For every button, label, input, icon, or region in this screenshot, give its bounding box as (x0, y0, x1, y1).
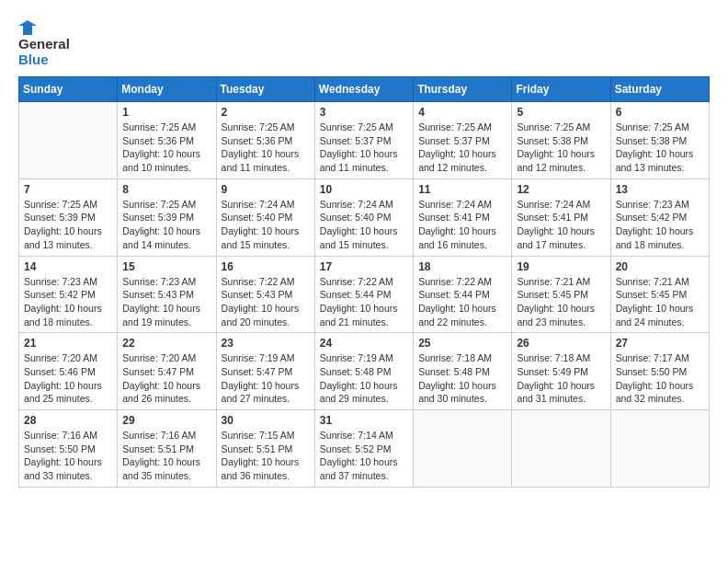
day-number: 29 (122, 414, 210, 427)
day-number: 31 (320, 414, 408, 427)
day-info: Sunrise: 7:22 AMSunset: 5:43 PMDaylight:… (222, 275, 310, 329)
day-number: 9 (222, 183, 310, 196)
calendar-cell: 17Sunrise: 7:22 AMSunset: 5:44 PMDayligh… (314, 256, 413, 333)
day-number: 20 (616, 260, 704, 273)
calendar-cell: 5Sunrise: 7:25 AMSunset: 5:38 PMDaylight… (512, 102, 610, 179)
day-number: 3 (320, 106, 408, 119)
day-info: Sunrise: 7:23 AMSunset: 5:43 PMDaylight:… (122, 275, 210, 329)
day-info: Sunrise: 7:19 AMSunset: 5:48 PMDaylight:… (320, 351, 408, 406)
calendar-cell: 25Sunrise: 7:18 AMSunset: 5:48 PMDayligh… (414, 333, 512, 410)
calendar-cell: 9Sunrise: 7:24 AMSunset: 5:40 PMDaylight… (216, 178, 314, 256)
calendar-cell: 24Sunrise: 7:19 AMSunset: 5:48 PMDayligh… (314, 333, 413, 410)
day-of-week-header: Monday (118, 77, 216, 102)
calendar-week-row: 1Sunrise: 7:25 AMSunset: 5:36 PMDaylight… (19, 102, 710, 179)
day-info: Sunrise: 7:24 AMSunset: 5:40 PMDaylight:… (222, 198, 310, 252)
calendar-cell (512, 410, 610, 488)
calendar-cell (19, 102, 118, 179)
day-number: 4 (418, 106, 506, 119)
calendar-week-row: 28Sunrise: 7:16 AMSunset: 5:50 PMDayligh… (19, 410, 710, 488)
calendar-header-row: SundayMondayTuesdayWednesdayThursdayFrid… (19, 77, 710, 102)
day-info: Sunrise: 7:22 AMSunset: 5:44 PMDaylight:… (320, 275, 408, 329)
day-number: 16 (222, 260, 310, 273)
day-info: Sunrise: 7:21 AMSunset: 5:45 PMDaylight:… (616, 275, 704, 329)
day-info: Sunrise: 7:16 AMSunset: 5:51 PMDaylight:… (122, 429, 210, 483)
calendar-week-row: 7Sunrise: 7:25 AMSunset: 5:39 PMDaylight… (19, 178, 710, 256)
day-info: Sunrise: 7:14 AMSunset: 5:52 PMDaylight:… (320, 429, 408, 483)
day-number: 7 (24, 183, 112, 196)
day-info: Sunrise: 7:17 AMSunset: 5:50 PMDaylight:… (616, 351, 704, 406)
logo-bird-icon (18, 18, 37, 37)
day-number: 1 (122, 106, 210, 119)
page-header: General Blue (18, 18, 710, 67)
day-info: Sunrise: 7:24 AMSunset: 5:41 PMDaylight:… (418, 198, 506, 252)
calendar-week-row: 14Sunrise: 7:23 AMSunset: 5:42 PMDayligh… (19, 256, 710, 333)
day-of-week-header: Thursday (414, 77, 512, 102)
day-number: 19 (517, 260, 605, 273)
day-number: 25 (418, 337, 506, 350)
calendar-cell: 22Sunrise: 7:20 AMSunset: 5:47 PMDayligh… (118, 333, 216, 410)
day-info: Sunrise: 7:25 AMSunset: 5:36 PMDaylight:… (122, 121, 210, 175)
calendar-cell: 29Sunrise: 7:16 AMSunset: 5:51 PMDayligh… (118, 410, 216, 488)
day-number: 13 (616, 183, 704, 196)
day-of-week-header: Tuesday (216, 77, 314, 102)
day-number: 23 (222, 337, 310, 350)
day-info: Sunrise: 7:19 AMSunset: 5:47 PMDaylight:… (222, 351, 310, 406)
day-of-week-header: Friday (512, 77, 610, 102)
day-number: 27 (616, 337, 704, 350)
day-number: 22 (122, 337, 210, 350)
day-number: 11 (418, 183, 506, 196)
calendar-cell: 10Sunrise: 7:24 AMSunset: 5:40 PMDayligh… (314, 178, 413, 256)
logo: General Blue (18, 18, 70, 67)
calendar-cell (610, 410, 709, 488)
calendar-cell: 13Sunrise: 7:23 AMSunset: 5:42 PMDayligh… (610, 178, 709, 256)
day-number: 2 (222, 106, 310, 119)
calendar-cell: 7Sunrise: 7:25 AMSunset: 5:39 PMDaylight… (19, 178, 118, 256)
calendar-cell: 28Sunrise: 7:16 AMSunset: 5:50 PMDayligh… (19, 410, 118, 488)
calendar-cell: 3Sunrise: 7:25 AMSunset: 5:37 PMDaylight… (314, 102, 413, 179)
calendar-cell: 30Sunrise: 7:15 AMSunset: 5:51 PMDayligh… (216, 410, 314, 488)
calendar-cell: 20Sunrise: 7:21 AMSunset: 5:45 PMDayligh… (610, 256, 709, 333)
svg-marker-0 (18, 20, 37, 35)
calendar-cell: 31Sunrise: 7:14 AMSunset: 5:52 PMDayligh… (314, 410, 413, 488)
day-info: Sunrise: 7:21 AMSunset: 5:45 PMDaylight:… (517, 275, 605, 329)
day-info: Sunrise: 7:22 AMSunset: 5:44 PMDaylight:… (418, 275, 506, 329)
day-info: Sunrise: 7:15 AMSunset: 5:51 PMDaylight:… (222, 429, 310, 483)
logo-general: General (18, 36, 70, 52)
calendar-cell: 4Sunrise: 7:25 AMSunset: 5:37 PMDaylight… (414, 102, 512, 179)
day-of-week-header: Saturday (610, 77, 709, 102)
calendar-cell: 8Sunrise: 7:25 AMSunset: 5:39 PMDaylight… (118, 178, 216, 256)
day-info: Sunrise: 7:23 AMSunset: 5:42 PMDaylight:… (616, 198, 704, 252)
day-of-week-header: Wednesday (314, 77, 413, 102)
day-info: Sunrise: 7:25 AMSunset: 5:38 PMDaylight:… (517, 121, 605, 175)
calendar-cell: 11Sunrise: 7:24 AMSunset: 5:41 PMDayligh… (414, 178, 512, 256)
calendar-cell: 19Sunrise: 7:21 AMSunset: 5:45 PMDayligh… (512, 256, 610, 333)
day-number: 21 (24, 337, 112, 350)
day-number: 5 (517, 106, 605, 119)
calendar-cell: 15Sunrise: 7:23 AMSunset: 5:43 PMDayligh… (118, 256, 216, 333)
calendar-cell: 6Sunrise: 7:25 AMSunset: 5:38 PMDaylight… (610, 102, 709, 179)
day-info: Sunrise: 7:25 AMSunset: 5:38 PMDaylight:… (616, 121, 704, 175)
day-number: 30 (222, 414, 310, 427)
day-number: 17 (320, 260, 408, 273)
day-info: Sunrise: 7:16 AMSunset: 5:50 PMDaylight:… (24, 429, 112, 483)
day-number: 26 (517, 337, 605, 350)
day-info: Sunrise: 7:23 AMSunset: 5:42 PMDaylight:… (24, 275, 112, 329)
day-info: Sunrise: 7:18 AMSunset: 5:48 PMDaylight:… (418, 351, 506, 406)
day-number: 15 (122, 260, 210, 273)
day-info: Sunrise: 7:25 AMSunset: 5:36 PMDaylight:… (222, 121, 310, 175)
logo-blue: Blue (18, 52, 49, 67)
calendar-table: SundayMondayTuesdayWednesdayThursdayFrid… (18, 76, 710, 488)
day-number: 6 (616, 106, 704, 119)
calendar-cell: 16Sunrise: 7:22 AMSunset: 5:43 PMDayligh… (216, 256, 314, 333)
day-of-week-header: Sunday (19, 77, 118, 102)
day-info: Sunrise: 7:20 AMSunset: 5:47 PMDaylight:… (122, 351, 210, 406)
day-number: 18 (418, 260, 506, 273)
calendar-cell: 23Sunrise: 7:19 AMSunset: 5:47 PMDayligh… (216, 333, 314, 410)
day-info: Sunrise: 7:24 AMSunset: 5:40 PMDaylight:… (320, 198, 408, 252)
day-info: Sunrise: 7:25 AMSunset: 5:37 PMDaylight:… (320, 121, 408, 175)
day-info: Sunrise: 7:18 AMSunset: 5:49 PMDaylight:… (517, 351, 605, 406)
calendar-cell: 18Sunrise: 7:22 AMSunset: 5:44 PMDayligh… (414, 256, 512, 333)
day-number: 12 (517, 183, 605, 196)
calendar-cell: 1Sunrise: 7:25 AMSunset: 5:36 PMDaylight… (118, 102, 216, 179)
day-info: Sunrise: 7:25 AMSunset: 5:39 PMDaylight:… (122, 198, 210, 252)
